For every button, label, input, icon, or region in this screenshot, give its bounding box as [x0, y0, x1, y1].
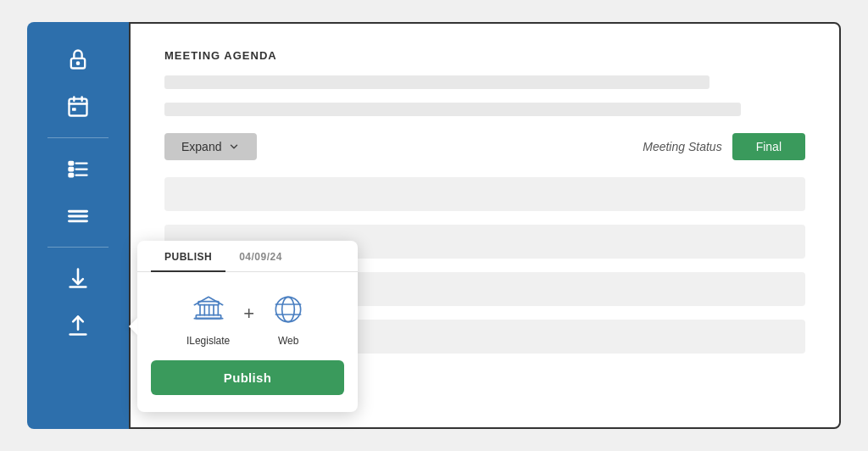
svg-rect-11 — [70, 174, 74, 177]
svg-point-1 — [77, 63, 79, 64]
sidebar — [27, 22, 129, 429]
sidebar-list-details-icon[interactable] — [58, 148, 98, 189]
controls-row: Expand Meeting Status Final — [164, 133, 805, 160]
publish-target-web: Web — [268, 289, 309, 347]
content-line-2 — [164, 103, 741, 116]
expand-button-label: Expand — [181, 140, 221, 153]
sidebar-calendar-icon[interactable] — [58, 86, 98, 127]
status-row: Meeting Status Final — [643, 133, 805, 160]
ilegislate-label: ILegislate — [186, 335, 230, 347]
sidebar-lock-icon[interactable] — [58, 39, 98, 80]
ilegislate-icon — [188, 289, 229, 330]
content-row-1 — [164, 177, 805, 211]
publish-popup: PUBLISH 04/09/24 — [137, 241, 358, 412]
tab-date[interactable]: 04/09/24 — [225, 241, 296, 271]
meeting-status-label: Meeting Status — [643, 140, 721, 153]
chevron-down-icon — [228, 141, 240, 153]
section-title: MEETING AGENDA — [164, 49, 805, 62]
app-container: MEETING AGENDA Expand Meeting Status Fin… — [27, 22, 841, 429]
svg-point-27 — [275, 297, 300, 321]
web-icon — [268, 289, 309, 330]
publish-target-ilegislate: ILegislate — [186, 289, 230, 347]
svg-point-28 — [282, 297, 295, 321]
publish-button[interactable]: Publish — [151, 360, 344, 395]
svg-rect-6 — [72, 108, 76, 111]
publish-targets: ILegislate + Web — [186, 289, 309, 347]
plus-sign: + — [243, 303, 254, 325]
content-line-1 — [164, 75, 709, 89]
popup-tabs: PUBLISH 04/09/24 — [137, 241, 358, 272]
popup-arrow — [129, 318, 137, 335]
sidebar-menu-icon[interactable] — [58, 196, 98, 237]
status-badge: Final — [732, 133, 805, 160]
svg-rect-9 — [70, 168, 74, 171]
sidebar-divider-1 — [47, 137, 108, 138]
tab-publish[interactable]: PUBLISH — [151, 241, 225, 271]
sidebar-upload-icon[interactable] — [58, 305, 98, 346]
expand-button[interactable]: Expand — [164, 133, 257, 160]
popup-body: ILegislate + Web Publish — [137, 272, 358, 412]
svg-rect-7 — [70, 162, 74, 165]
svg-rect-19 — [198, 302, 219, 305]
svg-rect-2 — [70, 99, 87, 116]
sidebar-download-icon[interactable] — [58, 258, 98, 298]
sidebar-divider-2 — [47, 247, 108, 248]
web-label: Web — [278, 335, 298, 347]
